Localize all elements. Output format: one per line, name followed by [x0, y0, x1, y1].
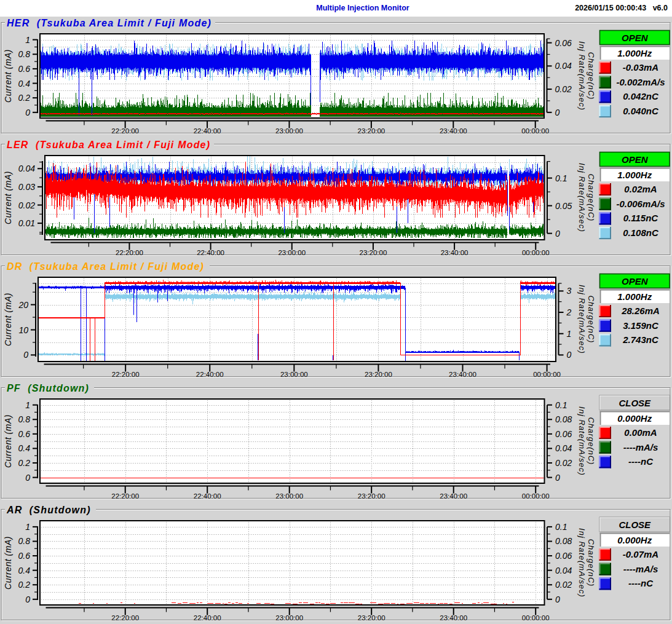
svg-text:0.02: 0.02	[555, 458, 572, 468]
svg-text:Charge(nC): Charge(nC)	[587, 539, 596, 587]
svg-text:Multiple Injection Monitor: Multiple Injection Monitor	[316, 4, 409, 12]
svg-text:0.042nC: 0.042nC	[623, 91, 659, 101]
svg-text:23:20:00: 23:20:00	[358, 127, 385, 135]
svg-text:0.04: 0.04	[555, 61, 572, 71]
svg-text:23:00:00: 23:00:00	[280, 371, 308, 378]
svg-text:0.1: 0.1	[555, 173, 567, 183]
svg-text:20: 20	[18, 300, 28, 310]
svg-text:OPEN: OPEN	[622, 33, 649, 43]
svg-text:Inj Rate(mA/sec): Inj Rate(mA/sec)	[577, 406, 587, 476]
svg-text:23:40:00: 23:40:00	[440, 127, 467, 135]
svg-text:Current (mA): Current (mA)	[3, 414, 13, 468]
svg-text:22:20:00: 22:20:00	[111, 492, 139, 500]
svg-text:0.2: 0.2	[18, 93, 31, 103]
svg-text:23:20:00: 23:20:00	[360, 249, 387, 256]
svg-text:Charge(nC): Charge(nC)	[587, 296, 596, 344]
svg-text:----mA/s: ----mA/s	[623, 564, 658, 574]
svg-text:Charge(nC): Charge(nC)	[587, 417, 596, 465]
svg-text:0.8: 0.8	[18, 536, 31, 546]
svg-text:----mA/s: ----mA/s	[623, 442, 658, 452]
svg-text:2: 2	[566, 307, 572, 317]
svg-text:23:00:00: 23:00:00	[275, 614, 303, 622]
svg-text:23:40:00: 23:40:00	[440, 492, 467, 500]
svg-text:0: 0	[25, 108, 30, 117]
svg-text:0.04: 0.04	[555, 566, 572, 575]
svg-text:0.2: 0.2	[18, 458, 31, 468]
svg-text:0.08: 0.08	[555, 536, 572, 546]
svg-text:23:40:00: 23:40:00	[449, 371, 476, 378]
svg-text:00:00:00: 00:00:00	[533, 371, 561, 378]
svg-text:OPEN: OPEN	[622, 154, 649, 165]
svg-text:00:00:00: 00:00:00	[522, 492, 550, 500]
svg-text:23:40:00: 23:40:00	[440, 614, 467, 622]
svg-text:28.26mA: 28.26mA	[621, 306, 660, 316]
svg-text:0.2: 0.2	[18, 580, 31, 590]
svg-text:00:00:00: 00:00:00	[521, 127, 549, 135]
svg-text:0.040nC: 0.040nC	[623, 106, 659, 116]
svg-text:3: 3	[567, 286, 572, 296]
svg-text:1: 1	[25, 400, 30, 410]
svg-text:0.4: 0.4	[18, 79, 31, 89]
svg-text:LER (Tsukuba Area Limit / Fuj: LER (Tsukuba Area Limit / Fuji Mode)	[7, 140, 210, 150]
svg-text:0.02mA: 0.02mA	[624, 184, 657, 194]
svg-text:0.04: 0.04	[18, 164, 35, 173]
svg-text:Inj Rate(mA/sec): Inj Rate(mA/sec)	[577, 285, 587, 354]
svg-text:1: 1	[25, 35, 30, 45]
svg-text:22:20:00: 22:20:00	[111, 614, 139, 622]
svg-text:-0.002mA/s: -0.002mA/s	[616, 77, 665, 87]
svg-text:0: 0	[555, 473, 560, 483]
svg-text:Charge(nC): Charge(nC)	[587, 174, 596, 222]
svg-text:22:20:00: 22:20:00	[111, 127, 139, 135]
svg-text:PF (Shutdown): PF (Shutdown)	[7, 383, 89, 393]
svg-text:1: 1	[567, 329, 572, 339]
svg-text:Current (mA): Current (mA)	[3, 536, 13, 590]
svg-text:0: 0	[567, 350, 572, 360]
svg-text:0.00mA: 0.00mA	[624, 427, 657, 438]
svg-text:0.01: 0.01	[18, 218, 35, 228]
svg-text:0.02: 0.02	[555, 84, 572, 94]
svg-text:23:00:00: 23:00:00	[278, 249, 306, 256]
svg-text:-0.006mA/s: -0.006mA/s	[616, 199, 665, 209]
svg-text:23:20:00: 23:20:00	[365, 371, 392, 378]
svg-text:0.4: 0.4	[18, 566, 31, 575]
svg-text:0.8: 0.8	[18, 414, 31, 424]
svg-text:HER (Tsukuba Area Limit / Fuj: HER (Tsukuba Area Limit / Fuji Mode)	[7, 18, 211, 28]
svg-text:0.115nC: 0.115nC	[623, 213, 659, 223]
svg-text:22:20:00: 22:20:00	[112, 371, 140, 378]
svg-text:Charge(nC): Charge(nC)	[587, 52, 596, 100]
svg-text:0.6: 0.6	[18, 551, 31, 561]
svg-text:Inj Rate(mA/sec): Inj Rate(mA/sec)	[577, 163, 587, 232]
svg-text:-0.07mA: -0.07mA	[623, 549, 658, 559]
svg-text:CLOSE: CLOSE	[619, 398, 651, 408]
svg-text:23:00:00: 23:00:00	[275, 492, 303, 500]
svg-text:Current (mA): Current (mA)	[3, 293, 13, 346]
svg-text:1.000Hz: 1.000Hz	[617, 48, 652, 58]
svg-text:AR (Shutdown): AR (Shutdown)	[6, 505, 91, 515]
svg-text:1.000Hz: 1.000Hz	[617, 170, 652, 180]
svg-text:0: 0	[23, 350, 28, 360]
svg-text:22:40:00: 22:40:00	[197, 249, 224, 256]
svg-text:0.6: 0.6	[18, 429, 31, 439]
svg-text:0.108nC: 0.108nC	[623, 227, 659, 238]
svg-text:-0.03mA: -0.03mA	[623, 62, 658, 73]
svg-text:0: 0	[555, 108, 560, 117]
svg-text:0: 0	[555, 594, 560, 604]
svg-text:23:20:00: 23:20:00	[358, 492, 385, 500]
svg-text:----nC: ----nC	[628, 456, 654, 467]
svg-text:23:00:00: 23:00:00	[275, 127, 303, 135]
svg-text:22:40:00: 22:40:00	[196, 371, 224, 378]
svg-text:22:40:00: 22:40:00	[194, 492, 221, 500]
svg-text:2026/01/15 00:00:43 v6.0: 2026/01/15 00:00:43 v6.0	[575, 4, 668, 12]
svg-text:0.000Hz: 0.000Hz	[617, 413, 652, 424]
svg-text:0.4: 0.4	[18, 443, 31, 453]
svg-text:00:00:00: 00:00:00	[522, 614, 550, 622]
svg-text:0.8: 0.8	[18, 49, 31, 59]
svg-text:0: 0	[555, 229, 560, 239]
svg-text:----nC: ----nC	[628, 578, 654, 588]
svg-text:CLOSE: CLOSE	[619, 519, 651, 530]
svg-text:00:00:00: 00:00:00	[522, 249, 550, 256]
svg-text:Current (mA): Current (mA)	[3, 49, 13, 103]
svg-text:Current (mA): Current (mA)	[3, 171, 13, 224]
svg-text:Inj Rate(mA/sec): Inj Rate(mA/sec)	[577, 528, 587, 598]
svg-text:0: 0	[25, 473, 30, 483]
